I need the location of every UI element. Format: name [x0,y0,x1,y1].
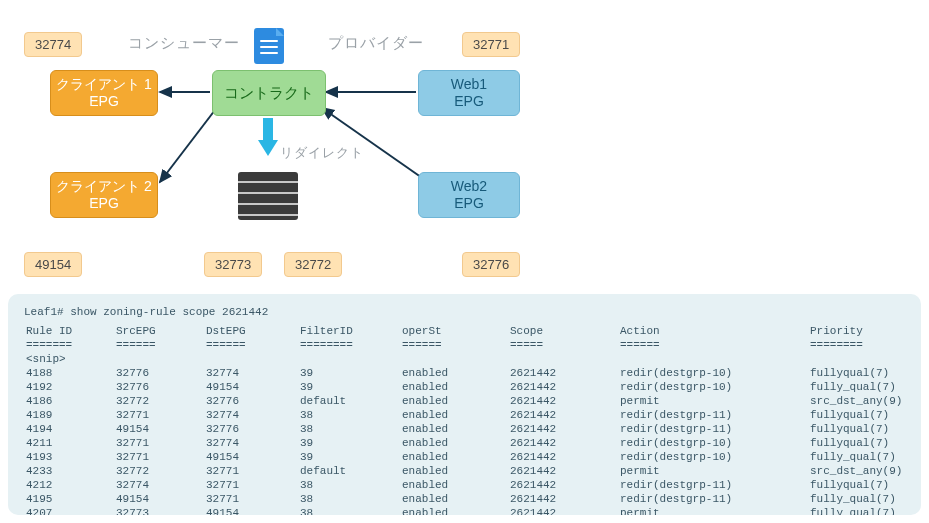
table-row: 4192327764915439enabled2621442redir(dest… [24,380,905,394]
terminal-panel: Leaf1# show zoning-rule scope 2621442 Ru… [8,294,921,515]
tag-32773: 32773 [204,252,262,277]
table-row: 4193327714915439enabled2621442redir(dest… [24,450,905,464]
tag-32772: 32772 [284,252,342,277]
table-row: 4195491543277138enabled2621442redir(dest… [24,492,905,506]
redirect-label: リダイレクト [280,144,364,162]
client1-epg-node: クライアント 1 EPG [50,70,158,116]
table-row: 4212327743277138enabled2621442redir(dest… [24,478,905,492]
table-row: 4194491543277638enabled2621442redir(dest… [24,422,905,436]
tag-32771: 32771 [462,32,520,57]
web1-epg-node: Web1 EPG [418,70,520,116]
tag-32776: 32776 [462,252,520,277]
table-row: 4207327734915438enabled2621442permitfull… [24,506,905,515]
table-row: Rule IDSrcEPGDstEPGFilterIDoperStScopeAc… [24,324,905,338]
redirect-arrow-icon [259,118,277,156]
table-row: 42333277232771defaultenabled2621442permi… [24,464,905,478]
consumer-label: コンシューマー [128,34,240,53]
tag-32774: 32774 [24,32,82,57]
table-row: 4211327713277439enabled2621442redir(dest… [24,436,905,450]
terminal-command: Leaf1# show zoning-rule scope 2621442 [24,306,905,318]
table-row: <snip> [24,352,905,366]
client2-epg-node: クライアント 2 EPG [50,172,158,218]
firewall-icon [238,172,298,220]
zoning-rule-table: Rule IDSrcEPGDstEPGFilterIDoperStScopeAc… [24,324,905,515]
web2-epg-node: Web2 EPG [418,172,520,218]
table-row: 4188327763277439enabled2621442redir(dest… [24,366,905,380]
table-row: 41863277232776defaultenabled2621442permi… [24,394,905,408]
table-row: 4189327713277438enabled2621442redir(dest… [24,408,905,422]
provider-label: プロバイダー [328,34,424,53]
document-icon [254,28,284,64]
tag-49154: 49154 [24,252,82,277]
contract-node: コントラクト [212,70,326,116]
svg-line-1 [160,110,215,182]
table-row: ========================================… [24,338,905,352]
